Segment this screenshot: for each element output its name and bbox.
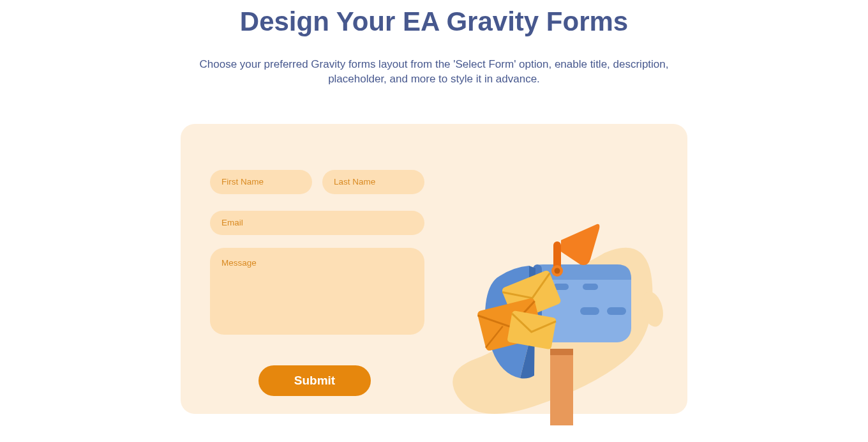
message-textarea[interactable] — [210, 248, 424, 335]
svg-rect-1 — [550, 349, 573, 425]
last-name-input[interactable] — [322, 170, 424, 194]
svg-point-11 — [555, 268, 560, 273]
svg-rect-5 — [583, 284, 598, 290]
svg-rect-6 — [580, 307, 599, 315]
mailbox-illustration — [438, 215, 668, 425]
first-name-input[interactable] — [210, 170, 312, 194]
page-subtitle: Choose your preferred Gravity forms layo… — [182, 57, 686, 87]
name-row — [210, 170, 687, 194]
submit-button[interactable]: Submit — [258, 365, 371, 396]
svg-rect-7 — [607, 307, 626, 315]
form-card: Submit — [181, 124, 687, 414]
svg-rect-2 — [550, 349, 573, 355]
page-title: Design Your EA Gravity Forms — [0, 6, 868, 37]
email-input[interactable] — [210, 211, 424, 235]
